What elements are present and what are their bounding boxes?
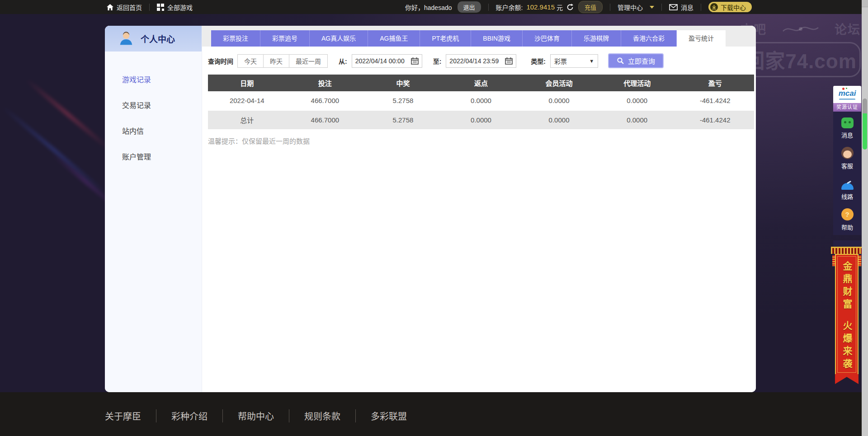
to-date-input[interactable] — [446, 54, 516, 68]
banner-text-2: 火爆来袭 — [841, 321, 853, 371]
table-row: 2022-04-14466.70005.27580.00000.00000.00… — [208, 91, 754, 111]
tab-saba-sports[interactable]: 沙巴体育 — [523, 30, 572, 47]
footer: 关于摩臣彩种介绍帮助中心规则条款多彩联盟 — [0, 392, 868, 436]
table-body: 2022-04-14466.70005.27580.00000.00000.00… — [208, 91, 754, 130]
page-title: 个人中心 — [141, 33, 175, 45]
column-header: 中奖 — [364, 78, 442, 88]
background-streak — [1, 106, 107, 195]
float-item-message[interactable]: 消息 — [833, 113, 861, 143]
float-item-lines[interactable]: 线路 — [833, 173, 861, 204]
sidebar-item-site-mail[interactable]: 站内信 — [105, 118, 202, 144]
column-header: 日期 — [208, 78, 286, 88]
footer-link-about[interactable]: 关于摩臣 — [105, 409, 141, 422]
tab-pt-slots[interactable]: PT老虎机 — [420, 30, 471, 47]
table-cell: 0.0000 — [520, 116, 598, 124]
tab-lottery-chase[interactable]: 彩票追号 — [260, 30, 310, 47]
sidebar-item-account-management[interactable]: 账户管理 — [105, 144, 202, 170]
footer-link-rules[interactable]: 规则条款 — [289, 409, 340, 422]
mcai-cert-badge[interactable]: mcai — [833, 86, 861, 103]
from-date-value[interactable] — [355, 57, 409, 65]
tab-leyou-cards[interactable]: 乐游棋牌 — [572, 30, 621, 47]
scrollbar-thumb-highlight[interactable] — [863, 113, 867, 150]
tab-ag-live[interactable]: AG真人娱乐 — [310, 30, 368, 47]
main-content: 彩票投注彩票追号AG真人娱乐AG捕鱼王PT老虎机BBIN游戏沙巴体育乐游棋牌香港… — [202, 26, 756, 392]
type-select-value: 彩票 — [554, 56, 567, 66]
footer-link-lottery-intro[interactable]: 彩种介绍 — [156, 409, 208, 422]
refresh-icon[interactable] — [566, 4, 574, 11]
sidebar-item-game-records[interactable]: 游戏记录 — [105, 67, 202, 93]
column-header: 会员活动 — [520, 78, 598, 88]
all-games-label: 全部游戏 — [167, 3, 193, 12]
tab-hk-mark-six[interactable]: 香港六合彩 — [621, 30, 677, 47]
divider — [661, 4, 662, 11]
mail-icon — [669, 4, 678, 10]
all-games-link[interactable]: 全部游戏 — [157, 3, 193, 12]
scrollbar-up-button[interactable] — [862, 0, 868, 7]
download-center-button[interactable]: 下载中心 — [708, 2, 752, 12]
message-icon — [841, 117, 854, 128]
watermark-site: 回家74.com — [741, 42, 861, 77]
banner-body: 金鼎财富 火爆来袭 — [835, 254, 859, 374]
float-item-service[interactable]: 客服 — [833, 143, 861, 173]
footer-link-help-center[interactable]: 帮助中心 — [222, 409, 274, 422]
tab-ag-fishing[interactable]: AG捕鱼王 — [368, 30, 420, 47]
calendar-icon[interactable] — [505, 57, 513, 65]
search-icon — [617, 57, 624, 65]
lines-gauge-icon — [841, 178, 854, 190]
table-row: 总计466.70005.27580.00000.00000.0000-461.4… — [208, 111, 754, 130]
table-cell: -461.4242 — [676, 97, 754, 104]
tab-lottery-bet[interactable]: 彩票投注 — [211, 30, 260, 47]
table-cell: 466.7000 — [286, 97, 364, 104]
admin-center-menu[interactable]: 管理中心 — [618, 3, 654, 12]
scrollbar-thumb[interactable] — [863, 98, 867, 114]
table-cell: 0.0000 — [520, 97, 598, 104]
recharge-button[interactable]: 充值 — [578, 1, 603, 13]
divider — [701, 4, 701, 11]
download-center-label: 下载中心 — [721, 3, 746, 12]
search-button[interactable]: 立即查询 — [608, 53, 664, 68]
balance-value: 102.9415 — [526, 3, 555, 11]
sidebar: 个人中心 游戏记录交易记录站内信账户管理 — [105, 26, 202, 392]
scrollbar[interactable] — [862, 0, 868, 436]
type-select[interactable]: 彩票 ▼ — [550, 54, 598, 68]
chevron-down-icon — [650, 6, 654, 9]
watermark: 杏吧 论坛 回家74.com — [741, 20, 861, 77]
back-home-label: 返回首页 — [117, 3, 142, 12]
balance-label: 账户余额: — [496, 3, 523, 12]
logout-button[interactable]: 退出 — [458, 1, 481, 13]
table-cell: 5.2758 — [364, 97, 442, 104]
query-toolbar: 查询时间 今天 昨天 最近一周 从: 至: — [202, 47, 756, 73]
tab-profit-stats[interactable]: 盈亏统计 — [677, 30, 726, 47]
tab-bbin-games[interactable]: BBIN游戏 — [471, 30, 523, 47]
to-label: 至: — [433, 56, 442, 66]
messages-link[interactable]: 消息 — [669, 3, 693, 12]
to-date-value[interactable] — [449, 57, 503, 65]
today-button[interactable]: 今天 — [237, 54, 264, 68]
mcai-slogan-bar — [839, 98, 855, 100]
query-time-label: 查询时间 — [208, 56, 233, 66]
download-icon — [710, 3, 718, 11]
from-date-input[interactable] — [352, 54, 422, 68]
yesterday-button[interactable]: 昨天 — [263, 54, 289, 68]
tip-note: 温馨提示：仅保留最近一周的数据 — [208, 136, 756, 145]
sidebar-header: 个人中心 — [105, 26, 202, 52]
sidebar-item-transaction-records[interactable]: 交易记录 — [105, 93, 202, 118]
banner-text-1: 金鼎财富 — [841, 261, 853, 312]
game-tabs: 彩票投注彩票追号AG真人娱乐AG捕鱼王PT老虎机BBIN游戏沙巴体育乐游棋牌香港… — [202, 26, 756, 47]
from-label: 从: — [339, 56, 347, 66]
admin-center-label: 管理中心 — [618, 3, 643, 12]
calendar-icon[interactable] — [411, 57, 419, 65]
promo-banner[interactable]: 金鼎财富 火爆来袭 — [831, 247, 863, 384]
sidebar-nav: 游戏记录交易记录站内信账户管理 — [105, 52, 202, 170]
help-icon: ? — [841, 208, 854, 220]
table-cell: -461.4242 — [676, 116, 754, 124]
search-button-label: 立即查询 — [628, 56, 655, 66]
back-home-link[interactable]: 返回首页 — [107, 3, 142, 12]
divider — [488, 4, 489, 11]
quick-range-group: 今天 昨天 最近一周 — [238, 54, 328, 68]
float-item-help[interactable]: ? 帮助 — [833, 204, 861, 235]
footer-link-alliance[interactable]: 多彩联盟 — [355, 409, 407, 422]
divider — [149, 4, 150, 11]
last-week-button[interactable]: 最近一周 — [289, 54, 328, 68]
column-header: 投注 — [286, 78, 364, 88]
